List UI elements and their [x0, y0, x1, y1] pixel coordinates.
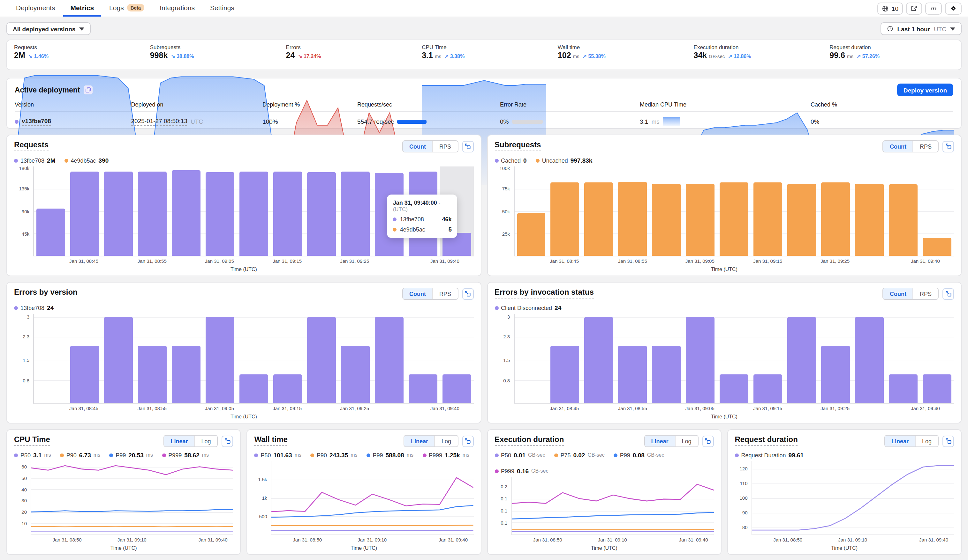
expand-icon[interactable]	[462, 288, 474, 299]
globe-routes-button[interactable]: 10	[878, 2, 903, 14]
bar-slot	[203, 314, 237, 403]
tab-metrics[interactable]: Metrics	[63, 0, 101, 17]
legend-item[interactable]: P9920.53ms	[109, 452, 153, 459]
globe-count: 10	[892, 5, 898, 12]
version-cell[interactable]: v13fbe708	[15, 117, 131, 126]
toggle-log[interactable]: Log	[434, 436, 457, 446]
bar-slot	[514, 167, 548, 256]
deployed-on-cell: 2025-01-27 08:50:13UTC	[131, 117, 263, 126]
x-tick-label: Jan 31, 09:25	[820, 406, 850, 411]
x-tick-label: Jan 31, 09:15	[273, 258, 302, 264]
legend-series-name: P999	[429, 452, 442, 458]
expand-icon[interactable]	[462, 435, 474, 447]
bar-slot	[101, 167, 135, 256]
toggle-linear[interactable]: Linear	[885, 436, 915, 446]
legend-series-name: P90	[317, 452, 327, 458]
expand-icon[interactable]	[943, 140, 954, 152]
bar	[70, 345, 99, 403]
col-median-cpu: Median CPU Time	[640, 101, 811, 108]
toggle-log[interactable]: Log	[675, 436, 698, 446]
legend-series-name: P50	[20, 452, 31, 458]
toggle-linear[interactable]: Linear	[164, 436, 194, 446]
x-tick-label: Jan 31, 09:10	[118, 537, 146, 543]
series-dot-icon	[162, 453, 166, 457]
toggle-count[interactable]: Count	[403, 141, 432, 152]
versions-dropdown[interactable]: All deployed versions	[7, 22, 91, 35]
code-editor-button[interactable]	[925, 2, 942, 14]
series-dot-icon	[14, 306, 18, 310]
legend-item[interactable]: Client Disconnected24	[494, 304, 561, 311]
expand-icon[interactable]	[943, 435, 954, 447]
expand-icon[interactable]	[943, 288, 954, 299]
tab-label: Integrations	[160, 4, 195, 12]
legend-item[interactable]: P990.08GB-sec	[613, 452, 664, 459]
legend-item[interactable]: 13fbe70824	[14, 304, 54, 311]
tab-deployments[interactable]: Deployments	[9, 0, 62, 17]
legend-item[interactable]: P503.1ms	[14, 452, 51, 459]
deploy-version-button[interactable]: Deploy version	[897, 84, 953, 96]
legend-series-unit: ms	[295, 452, 302, 458]
legend-item[interactable]: P750.02GB-sec	[554, 452, 604, 459]
toggle-rps[interactable]: RPS	[913, 288, 938, 299]
time-range-dropdown[interactable]: Last 1 hour UTC	[881, 22, 961, 35]
toggle-count[interactable]: Count	[403, 288, 432, 299]
legend-item[interactable]: P500.01GB-sec	[494, 452, 545, 459]
open-external-button[interactable]	[906, 2, 922, 14]
tab-logs[interactable]: LogsBeta	[102, 0, 151, 17]
toggle-count[interactable]: Count	[883, 288, 913, 299]
bar	[585, 182, 613, 256]
toggle-rps[interactable]: RPS	[432, 288, 457, 299]
stat-unit: GB-sec	[709, 54, 725, 59]
legend-item[interactable]: Request Duration99.61	[735, 452, 804, 459]
legend-item[interactable]: P9990.16GB-sec	[494, 467, 548, 474]
x-tick-label: Jan 31, 08:45	[69, 258, 98, 264]
panel-request-duration: Request duration Linear Log Request Dura…	[727, 429, 962, 555]
toggle-linear[interactable]: Linear	[645, 436, 675, 446]
bar-slot	[237, 167, 271, 256]
stat-change: ↘ 17.24%	[298, 54, 321, 59]
y-tick-label: 100k	[499, 165, 510, 171]
stat-unit: ms	[847, 54, 854, 59]
bar-slot	[271, 314, 305, 403]
x-axis-title: Time (UTC)	[494, 543, 714, 553]
bar	[551, 182, 580, 256]
tooltip-title: Jan 31, 09:40:00	[393, 200, 437, 206]
tab-settings[interactable]: Settings	[203, 0, 241, 17]
toggle-log[interactable]: Log	[915, 436, 938, 446]
y-tick-label: 0.2	[501, 484, 507, 489]
legend-item[interactable]: 13fbe7082M	[14, 157, 56, 164]
toggle-count[interactable]: Count	[883, 141, 913, 152]
legend-item[interactable]: P90243.35ms	[310, 452, 358, 459]
y-tick-label: 2.3	[23, 334, 29, 340]
legend-item[interactable]: P9991.25kms	[423, 452, 469, 459]
legend-item[interactable]: Uncached997.83k	[536, 157, 593, 164]
series-dot-icon	[254, 453, 258, 457]
requests-sec-value: 554.7 req/sec	[357, 118, 394, 125]
expand-icon[interactable]	[702, 435, 714, 447]
legend-item[interactable]: 4e9db5ac390	[65, 157, 109, 164]
legend-item[interactable]: P50101.63ms	[254, 452, 302, 459]
bar-slot	[237, 314, 271, 403]
legend-item[interactable]: Cached0	[494, 157, 527, 164]
toggle-rps[interactable]: RPS	[432, 141, 457, 152]
x-tick-label: Jan 31, 08:50	[533, 537, 562, 543]
legend-item[interactable]: P99958.62ms	[162, 452, 209, 459]
bar-slot	[338, 314, 372, 403]
toggle-linear[interactable]: Linear	[404, 436, 434, 446]
panel-title: Subrequests	[494, 140, 541, 151]
version-value[interactable]: v13fbe708	[22, 117, 51, 126]
series-dot-icon	[14, 159, 18, 162]
toggle-rps[interactable]: RPS	[913, 141, 938, 152]
stat-value: 24	[286, 51, 295, 60]
legend-item[interactable]: P99588.08ms	[366, 452, 414, 459]
stat-value: 99.6	[829, 51, 845, 60]
y-tick-label: 110	[740, 481, 748, 486]
tab-integrations[interactable]: Integrations	[152, 0, 202, 17]
legend-item[interactable]: P906.73ms	[60, 452, 100, 459]
workers-playground-button[interactable]	[945, 2, 961, 14]
y-tick-label: 120	[739, 466, 748, 471]
expand-icon[interactable]	[222, 435, 234, 447]
toggle-log[interactable]: Log	[194, 436, 217, 446]
expand-icon[interactable]	[462, 140, 474, 152]
x-tick-label: Jan 31, 09:10	[358, 537, 387, 543]
